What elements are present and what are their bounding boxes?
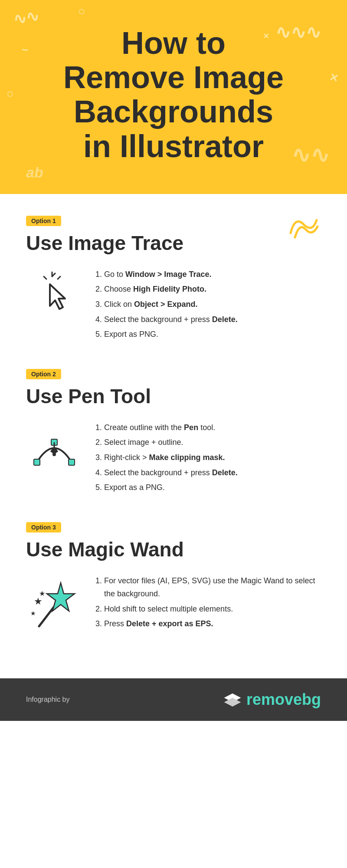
step-item: Press Delete + export as EPS.: [104, 617, 321, 631]
option-1-steps: Go to Window > Image Trace. Choose High …: [95, 268, 321, 343]
step-item: Click on Object > Expand.: [104, 298, 321, 311]
option-2-body: Create outline with the Pen tool. Select…: [26, 421, 321, 496]
option-2-steps: Create outline with the Pen tool. Select…: [95, 421, 321, 496]
svg-marker-9: [47, 583, 75, 611]
svg-line-2: [44, 276, 46, 279]
step-item: Select the background + press Delete.: [104, 313, 321, 326]
option-3-title: Use Magic Wand: [26, 538, 321, 561]
option-3-section: Option 3 Use Magic Wand ★ ★ ★ For vecto: [26, 522, 321, 635]
option-2-section: Option 2 Use Pen Tool Cre: [26, 369, 321, 496]
step-item: Go to Window > Image Trace.: [104, 268, 321, 281]
option-3-body: ★ ★ ★ For vector files (AI, EPS, SVG) us…: [26, 574, 321, 635]
step-item: Choose High Fidelity Photo.: [104, 283, 321, 296]
option-2-icon: [26, 421, 82, 477]
step-item: Export as a PNG.: [104, 481, 321, 494]
footer-logo-text: removebg: [246, 690, 321, 709]
footer: Infographic by removebg: [0, 678, 347, 721]
option-3-badge: Option 3: [26, 522, 61, 533]
step-item: Export as PNG.: [104, 328, 321, 341]
svg-rect-4: [34, 459, 40, 465]
svg-text:★: ★: [34, 596, 43, 607]
option-1-title: Use Image Trace: [26, 231, 321, 255]
svg-text:★: ★: [39, 590, 45, 597]
option-1-icon: [26, 268, 82, 320]
svg-text:★: ★: [30, 610, 36, 617]
svg-rect-5: [69, 459, 75, 465]
option-1-section: Option 1 Use Image Trace Go to Window > …: [26, 216, 321, 343]
step-item: Select image + outline.: [104, 436, 321, 449]
option-2-badge: Option 2: [26, 369, 61, 379]
svg-point-7: [52, 453, 56, 456]
option-1-body: Go to Window > Image Trace. Choose High …: [26, 268, 321, 343]
step-item: Create outline with the Pen tool.: [104, 421, 321, 434]
page-title: How to Remove Image Backgrounds in Illus…: [17, 26, 330, 164]
footer-label: Infographic by: [26, 696, 70, 704]
option-2-title: Use Pen Tool: [26, 385, 321, 408]
svg-line-3: [58, 276, 60, 279]
header: ∿∿ ○ ∿∿∿ × ○ ∿∿ ab ~ ○ × How to Remove I…: [0, 0, 347, 194]
option-1-badge: Option 1: [26, 216, 61, 226]
option-3-steps: For vector files (AI, EPS, SVG) use the …: [95, 574, 321, 632]
step-item: For vector files (AI, EPS, SVG) use the …: [104, 574, 321, 601]
step-item: Right-click > Make clipping mask.: [104, 451, 321, 464]
option-3-icon: ★ ★ ★: [26, 574, 82, 635]
footer-logo: removebg: [223, 690, 321, 709]
content-area: Option 1 Use Image Trace Go to Window > …: [0, 194, 347, 678]
step-item: Select the background + press Delete.: [104, 466, 321, 480]
step-item: Hold shift to select multiple elements.: [104, 602, 321, 616]
removebg-logo-icon: [223, 693, 242, 707]
